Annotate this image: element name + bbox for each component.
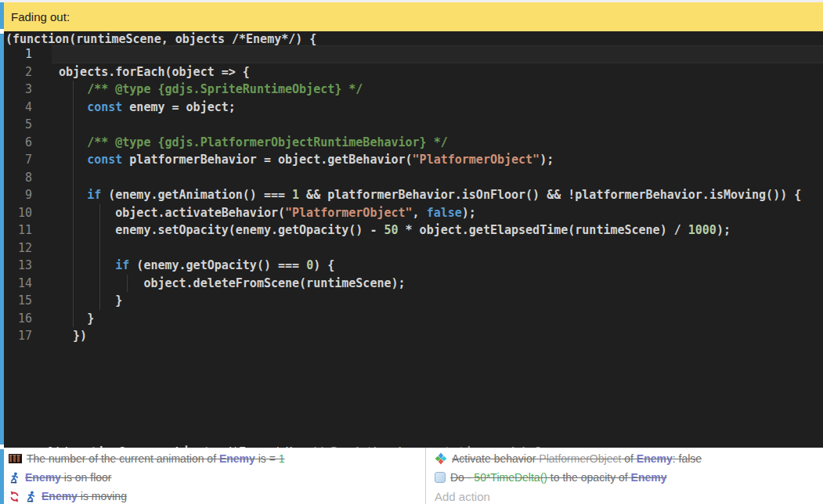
line-number: 13: [4, 257, 32, 275]
line-number: 4: [4, 99, 32, 117]
indent-guide: [73, 81, 74, 327]
code-line-2: 2 objects.forEach(object => {: [4, 63, 823, 81]
line-number: 15: [4, 292, 32, 310]
line-code: objects.forEach(object => {: [52, 63, 250, 81]
code-line-12: 12: [4, 239, 823, 257]
animation-frames-icon: [9, 454, 22, 463]
code-lines: 12 objects.forEach(object => {3 /** @typ…: [4, 45, 823, 345]
runner-icon: [25, 490, 37, 502]
gdevelop-event-sheet: Fading out: (function(runtimeScene, obje…: [0, 0, 823, 504]
line-number: 10: [4, 204, 32, 222]
code-wrapper-footer: })(runtimeScene, objects /*Enemy*/); // …: [5, 430, 550, 445]
action-text: Activate behavior PlatformerObject of En…: [452, 452, 702, 465]
line-number: 14: [4, 275, 32, 293]
code-line-8: 8: [4, 169, 823, 187]
code-line-17: 17 }): [4, 327, 823, 345]
code-line-5: 5: [4, 116, 823, 134]
line-number: 8: [4, 169, 32, 187]
line-code: }): [52, 327, 87, 345]
indent-guide: [99, 204, 100, 310]
line-code: object.activateBehavior("PlatformerObjec…: [52, 204, 476, 222]
code-line-15: 15 }: [4, 292, 823, 310]
line-number: 6: [4, 134, 32, 152]
condition-text: Enemy is moving: [42, 490, 127, 502]
code-line-3: 3 /** @type {gdjs.SpriteRuntimeObject} *…: [4, 81, 823, 99]
conditions-column: The number of the current animation of E…: [4, 449, 425, 504]
line-number: 9: [4, 186, 32, 204]
add-action-row: Add action: [426, 487, 823, 504]
comment-event[interactable]: Fading out:: [4, 2, 823, 31]
line-code: if (enemy.getAnimation() === 1 && platfo…: [52, 186, 801, 204]
condition-row[interactable]: Enemy is moving: [4, 487, 425, 504]
code-line-4: 4 const enemy = object;: [4, 99, 823, 117]
code-line-7: 7 const platformerBehavior = object.getB…: [4, 151, 823, 169]
actions-column: Activate behavior PlatformerObject of En…: [426, 449, 823, 504]
line-number: 16: [4, 310, 32, 328]
line-code: }: [52, 292, 122, 310]
condition-text: Enemy is on floor: [25, 471, 112, 484]
line-number: 2: [4, 63, 32, 81]
code-line-11: 11 enemy.setOpacity(enemy.getOpacity() -…: [4, 221, 823, 239]
code-line-9: 9 if (enemy.getAnimation() === 1 && plat…: [4, 186, 823, 204]
line-number: 17: [4, 327, 32, 345]
line-number: 12: [4, 239, 32, 257]
line-code: const platformerBehavior = object.getBeh…: [52, 151, 554, 169]
code-line-6: 6 /** @type {gdjs.PlatformerObjectRuntim…: [4, 134, 823, 152]
indent-guide: [127, 275, 128, 293]
condition-text: The number of the current animation of E…: [27, 452, 285, 465]
line-number: 11: [4, 221, 32, 239]
line-number: 3: [4, 81, 32, 99]
code-line-13: 13 if (enemy.getOpacity() === 0) {: [4, 257, 823, 275]
line-number: 1: [4, 45, 32, 63]
add-action-link[interactable]: Add action: [435, 490, 490, 503]
condition-row[interactable]: Enemy is on floor: [4, 468, 425, 487]
code-line-16: 16 }: [4, 310, 823, 328]
line-code: /** @type {gdjs.SpriteRuntimeObject} */: [52, 81, 363, 99]
comment-event-text: Fading out:: [11, 10, 70, 23]
line-code: const enemy = object;: [52, 99, 236, 117]
action-row[interactable]: Activate behavior PlatformerObject of En…: [426, 449, 823, 468]
js-code-editor[interactable]: (function(runtimeScene, objects /*Enemy*…: [4, 31, 823, 448]
line-number: 5: [4, 116, 32, 134]
opacity-icon: [435, 472, 446, 483]
action-text: Do - 50*TimeDelta() to the opacity of En…: [450, 471, 667, 484]
line-code: if (enemy.getOpacity() === 0) {: [52, 257, 334, 275]
line-number: 7: [4, 151, 32, 169]
line-code: object.deleteFromScene(runtimeScene);: [52, 275, 406, 293]
code-line-10: 10 object.activateBehavior("PlatformerOb…: [4, 204, 823, 222]
runner-icon: [9, 471, 20, 484]
code-line-1: 1: [4, 45, 823, 63]
event-conditions-actions-pane: The number of the current animation of E…: [4, 448, 823, 504]
condition-row[interactable]: The number of the current animation of E…: [4, 449, 425, 468]
action-row[interactable]: Do - 50*TimeDelta() to the opacity of En…: [426, 468, 823, 487]
line-code: enemy.setOpacity(enemy.getOpacity() - 50…: [52, 221, 731, 239]
behavior-icon: [435, 452, 447, 465]
line-code: /** @type {gdjs.PlatformerObjectRuntimeB…: [52, 134, 448, 152]
invert-icon: [9, 491, 20, 502]
